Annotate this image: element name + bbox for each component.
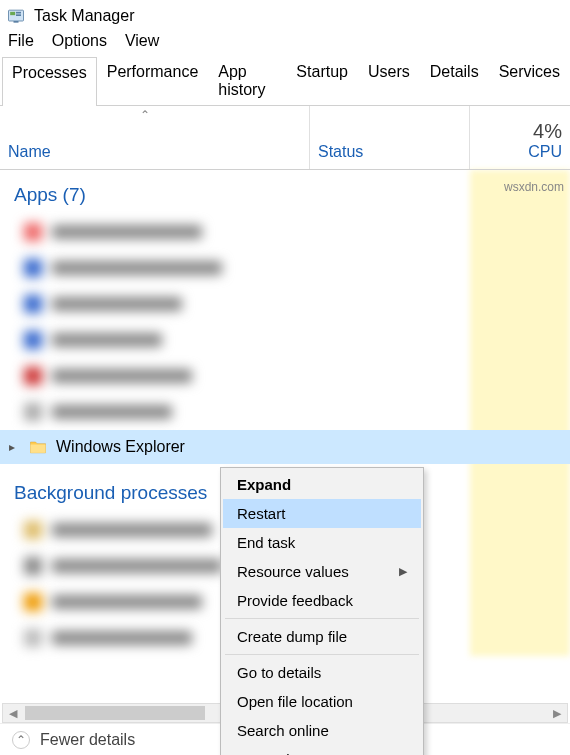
expand-chevron-icon[interactable]: ▸ (4, 440, 20, 454)
tab-strip: Processes Performance App history Startu… (0, 56, 570, 106)
ctx-open-file-location[interactable]: Open file location (223, 687, 421, 716)
tab-performance[interactable]: Performance (97, 56, 209, 105)
column-header-name[interactable]: Name ⌃ (0, 106, 310, 169)
column-header-status[interactable]: Status (310, 106, 470, 169)
submenu-arrow-icon: ▶ (399, 565, 407, 578)
ctx-separator (225, 654, 419, 655)
cpu-percent-value: 4% (533, 120, 562, 143)
ctx-expand[interactable]: Expand (223, 470, 421, 499)
list-item[interactable] (0, 250, 570, 286)
menu-bar: File Options View (0, 30, 570, 56)
tab-details[interactable]: Details (420, 56, 489, 105)
ctx-provide-feedback[interactable]: Provide feedback (223, 586, 421, 615)
group-apps-header[interactable]: Apps (7) (0, 170, 570, 214)
svg-rect-5 (31, 445, 46, 453)
menu-options[interactable]: Options (52, 32, 107, 50)
app-icon (6, 6, 26, 26)
svg-rect-3 (16, 14, 21, 16)
tab-users[interactable]: Users (358, 56, 420, 105)
ctx-end-task[interactable]: End task (223, 528, 421, 557)
process-name-label: Windows Explorer (56, 438, 185, 456)
column-status-label: Status (318, 143, 363, 161)
sort-indicator-icon: ⌃ (140, 108, 150, 122)
window-title: Task Manager (34, 7, 135, 25)
list-item[interactable] (0, 394, 570, 430)
watermark-text: wsxdn.com (504, 180, 564, 194)
context-menu: Expand Restart End task Resource values … (220, 467, 424, 755)
ctx-search-online[interactable]: Search online (223, 716, 421, 745)
column-cpu-label: CPU (528, 143, 562, 161)
tab-services[interactable]: Services (489, 56, 570, 105)
column-header-row: Name ⌃ Status 4% CPU (0, 106, 570, 170)
title-bar: Task Manager (0, 0, 570, 30)
ctx-go-to-details[interactable]: Go to details (223, 658, 421, 687)
list-item-selected[interactable]: ▸ Windows Explorer (0, 430, 570, 464)
scroll-left-button[interactable]: ◀ (3, 704, 23, 722)
column-name-label: Name (8, 143, 51, 161)
ctx-restart[interactable]: Restart (223, 499, 421, 528)
svg-rect-1 (10, 12, 15, 15)
ctx-separator (225, 618, 419, 619)
menu-view[interactable]: View (125, 32, 159, 50)
folder-icon (28, 437, 48, 457)
collapse-chevron-icon[interactable]: ⌃ (12, 731, 30, 749)
scroll-thumb[interactable] (25, 706, 205, 720)
tab-app-history[interactable]: App history (208, 56, 286, 105)
ctx-create-dump[interactable]: Create dump file (223, 622, 421, 651)
svg-rect-4 (14, 21, 19, 23)
scroll-right-button[interactable]: ▶ (547, 704, 567, 722)
ctx-resource-values[interactable]: Resource values ▶ (223, 557, 421, 586)
tab-startup[interactable]: Startup (286, 56, 358, 105)
tab-processes[interactable]: Processes (2, 57, 97, 106)
ctx-properties[interactable]: Properties (223, 745, 421, 755)
column-header-cpu[interactable]: 4% CPU (470, 106, 570, 169)
ctx-resource-values-label: Resource values (237, 563, 349, 580)
svg-rect-2 (16, 12, 21, 14)
menu-file[interactable]: File (8, 32, 34, 50)
list-item[interactable] (0, 214, 570, 250)
fewer-details-link[interactable]: Fewer details (40, 731, 135, 749)
list-item[interactable] (0, 286, 570, 322)
list-item[interactable] (0, 322, 570, 358)
list-item[interactable] (0, 358, 570, 394)
